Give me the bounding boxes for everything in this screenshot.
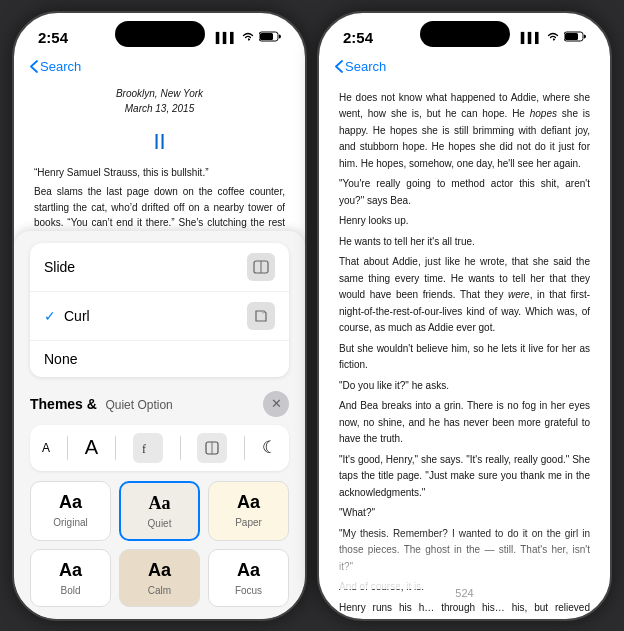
none-label: None bbox=[44, 351, 275, 367]
reading-p6: But she wouldn't believe him, so he lets… bbox=[339, 341, 590, 374]
theme-name-calm: Calm bbox=[148, 585, 171, 596]
font-size-decrease[interactable]: A bbox=[42, 441, 50, 455]
nav-bar-right[interactable]: Search bbox=[319, 57, 610, 78]
book-header: Brooklyn, New York March 13, 2015 bbox=[34, 86, 285, 117]
reading-p4: He wants to tell her it's all true. bbox=[339, 234, 590, 251]
reading-p8: And Bea breaks into a grin. There is no … bbox=[339, 398, 590, 448]
theme-card-focus[interactable]: Aa Focus bbox=[208, 549, 289, 607]
theme-card-bold[interactable]: Aa Bold bbox=[30, 549, 111, 607]
header-line1: Brooklyn, New York bbox=[34, 86, 285, 102]
slide-item-slide[interactable]: Slide bbox=[30, 243, 289, 292]
themes-grid: Aa Original Aa Quiet Aa Paper Aa Bold Aa bbox=[30, 481, 289, 607]
svg-rect-1 bbox=[260, 33, 273, 40]
right-phone: 2:54 ▌▌▌ Search He does not know what ha… bbox=[317, 11, 612, 621]
reading-p1: He does not know what happened to Addie,… bbox=[339, 90, 590, 173]
slide-item-curl[interactable]: ✓ Curl bbox=[30, 292, 289, 341]
battery-icon-left bbox=[259, 31, 281, 44]
themes-title-text: Themes & bbox=[30, 396, 97, 412]
reading-p13: Henry runs his h… through his… his, but … bbox=[339, 600, 590, 621]
status-icons-right: ▌▌▌ bbox=[521, 31, 586, 44]
font-controls: A A f ☾ bbox=[30, 425, 289, 471]
nav-bar-left[interactable]: Search bbox=[14, 57, 305, 78]
page-number: 524 bbox=[455, 587, 473, 599]
font-size-increase[interactable]: A bbox=[85, 436, 98, 459]
reading-p2: "You're really going to method actor thi… bbox=[339, 176, 590, 209]
page-layout-icon[interactable] bbox=[197, 433, 227, 463]
fade-overlay bbox=[319, 529, 610, 589]
curl-icon bbox=[247, 302, 275, 330]
status-bar-right: 2:54 ▌▌▌ bbox=[319, 13, 610, 57]
divider-2 bbox=[115, 436, 116, 460]
wifi-icon-right bbox=[546, 31, 560, 44]
theme-name-quiet: Quiet bbox=[148, 518, 172, 529]
slide-icon bbox=[247, 253, 275, 281]
divider-3 bbox=[180, 436, 181, 460]
theme-card-quiet[interactable]: Aa Quiet bbox=[119, 481, 200, 541]
theme-preview-quiet: Aa bbox=[149, 493, 171, 514]
svg-rect-8 bbox=[565, 33, 578, 40]
theme-card-paper[interactable]: Aa Paper bbox=[208, 481, 289, 541]
header-line2: March 13, 2015 bbox=[34, 101, 285, 117]
reading-p7: "Do you like it?" he asks. bbox=[339, 378, 590, 395]
bottom-panel: Slide ✓ Curl None bbox=[14, 231, 305, 619]
theme-name-bold: Bold bbox=[60, 585, 80, 596]
theme-name-original: Original bbox=[53, 517, 87, 528]
slide-menu[interactable]: Slide ✓ Curl None bbox=[30, 243, 289, 377]
back-button-right[interactable]: Search bbox=[335, 59, 386, 74]
chapter-number: II bbox=[34, 125, 285, 159]
theme-card-calm[interactable]: Aa Calm bbox=[119, 549, 200, 607]
status-bar-left: 2:54 ▌▌▌ bbox=[14, 13, 305, 57]
themes-header: Themes & Quiet Option ✕ bbox=[30, 385, 289, 425]
slide-item-none[interactable]: None bbox=[30, 341, 289, 377]
slide-label: Slide bbox=[44, 259, 247, 275]
quiet-option-text: Quiet Option bbox=[105, 398, 172, 412]
theme-card-original[interactable]: Aa Original bbox=[30, 481, 111, 541]
divider-1 bbox=[67, 436, 68, 460]
check-mark-curl: ✓ bbox=[44, 308, 56, 324]
back-label-left: Search bbox=[40, 59, 81, 74]
curl-label: Curl bbox=[64, 308, 247, 324]
signal-icon-left: ▌▌▌ bbox=[216, 32, 237, 43]
back-button-left[interactable]: Search bbox=[30, 59, 81, 74]
status-icons-left: ▌▌▌ bbox=[216, 31, 281, 44]
battery-icon-right bbox=[564, 31, 586, 44]
divider-4 bbox=[244, 436, 245, 460]
theme-preview-calm: Aa bbox=[148, 560, 171, 581]
theme-name-paper: Paper bbox=[235, 517, 262, 528]
time-right: 2:54 bbox=[343, 29, 373, 46]
night-mode-icon[interactable]: ☾ bbox=[262, 437, 277, 458]
reading-p5: That about Addie, just like he wrote, th… bbox=[339, 254, 590, 337]
theme-preview-focus: Aa bbox=[237, 560, 260, 581]
theme-preview-paper: Aa bbox=[237, 492, 260, 513]
reading-p9: "It's good, Henry," she says. "It's real… bbox=[339, 452, 590, 502]
reading-p3: Henry looks up. bbox=[339, 213, 590, 230]
close-button[interactable]: ✕ bbox=[263, 391, 289, 417]
book-paragraph-1: “Henry Samuel Strauss, this is bullshit.… bbox=[34, 165, 285, 181]
wifi-icon-left bbox=[241, 31, 255, 44]
theme-preview-bold: Aa bbox=[59, 560, 82, 581]
left-phone: 2:54 ▌▌▌ Search Brooklyn, New York bbox=[12, 11, 307, 621]
theme-name-focus: Focus bbox=[235, 585, 262, 596]
signal-icon-right: ▌▌▌ bbox=[521, 32, 542, 43]
theme-preview-original: Aa bbox=[59, 492, 82, 513]
svg-text:f: f bbox=[142, 442, 146, 456]
back-label-right: Search bbox=[345, 59, 386, 74]
font-type-icon[interactable]: f bbox=[133, 433, 163, 463]
reading-p10: "What?" bbox=[339, 505, 590, 522]
time-left: 2:54 bbox=[38, 29, 68, 46]
themes-title: Themes & Quiet Option bbox=[30, 395, 173, 413]
